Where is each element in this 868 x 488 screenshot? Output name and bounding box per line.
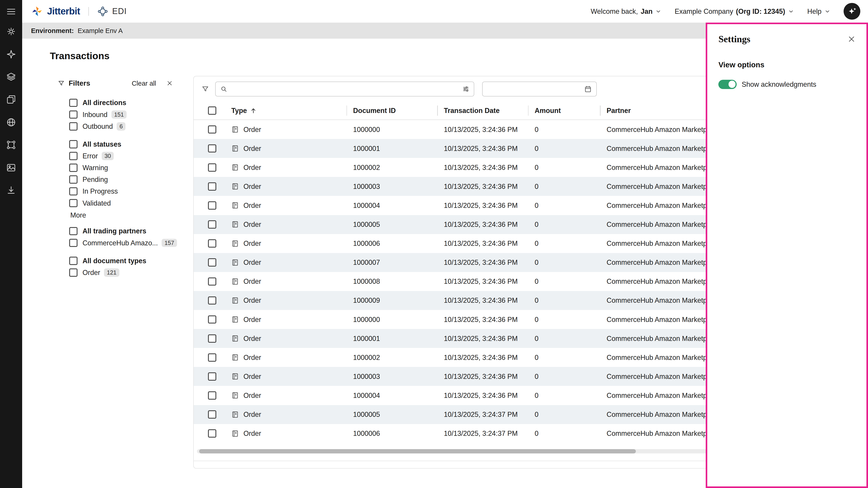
download-icon[interactable] [4, 184, 18, 197]
table-row[interactable]: Order100000110/13/2025, 3:24:36 PM0Comme… [194, 329, 753, 348]
copy-windows-icon[interactable] [4, 93, 18, 106]
media-image-icon[interactable] [4, 161, 18, 174]
checkbox[interactable] [69, 164, 78, 172]
table-row[interactable]: Order100000110/13/2025, 3:24:36 PM0Comme… [194, 139, 753, 158]
checkbox[interactable] [69, 199, 78, 207]
date-input[interactable] [487, 85, 584, 93]
filter-item-validated[interactable]: Validated [69, 197, 173, 209]
column-header-transaction-date[interactable]: Transaction Date [437, 102, 528, 120]
user-menu[interactable]: Welcome back, Jan [591, 7, 661, 15]
row-checkbox[interactable] [208, 278, 216, 286]
table-row[interactable]: Order100000610/13/2025, 3:24:36 PM0Comme… [194, 234, 753, 253]
filter-item-pending[interactable]: Pending [69, 174, 173, 186]
close-icon[interactable] [166, 80, 173, 86]
table-row[interactable]: Order100000510/13/2025, 3:24:36 PM0Comme… [194, 215, 753, 234]
filter-item-inbound[interactable]: Inbound151 [69, 109, 173, 121]
table-row[interactable]: Order100000210/13/2025, 3:24:36 PM0Comme… [194, 348, 753, 367]
row-checkbox[interactable] [208, 220, 216, 229]
row-checkbox[interactable] [208, 201, 216, 210]
row-checkbox-cell [194, 253, 225, 272]
column-header-document-id[interactable]: Document ID [346, 102, 437, 120]
row-checkbox[interactable] [208, 163, 216, 172]
checkbox[interactable] [69, 99, 78, 107]
row-checkbox[interactable] [208, 372, 216, 381]
checkbox[interactable] [69, 140, 78, 149]
row-checkbox[interactable] [208, 296, 216, 305]
table-row[interactable]: Order100000310/13/2025, 3:24:36 PM0Comme… [194, 177, 753, 196]
sparkle-star-icon[interactable] [4, 48, 18, 61]
tune-sliders-icon[interactable] [462, 86, 469, 93]
table-row[interactable]: Order100000410/13/2025, 3:24:36 PM0Comme… [194, 386, 753, 405]
table-row[interactable]: Order100000210/13/2025, 3:24:36 PM0Comme… [194, 158, 753, 177]
cell-document-id: 1000007 [346, 253, 437, 272]
table-row[interactable]: Order100000010/13/2025, 3:24:36 PM0Comme… [194, 120, 753, 139]
layers-icon[interactable] [4, 70, 18, 84]
column-header-type[interactable]: Type [225, 102, 346, 120]
network-nodes-icon[interactable] [4, 138, 18, 152]
select-all-checkbox[interactable] [208, 106, 216, 115]
checkbox[interactable] [69, 187, 78, 196]
row-checkbox[interactable] [208, 353, 216, 362]
column-header-amount[interactable]: Amount [528, 102, 600, 120]
filter-item-order[interactable]: Order121 [69, 267, 173, 278]
edi-icon [97, 6, 108, 17]
table-row[interactable]: Order100000610/13/2025, 3:24:37 PM0Comme… [194, 424, 753, 443]
more-link[interactable]: More [70, 211, 173, 219]
table-row[interactable]: Order100000910/13/2025, 3:24:36 PM0Comme… [194, 291, 753, 310]
ai-assistant-button[interactable] [844, 3, 860, 20]
filter-item-all-statuses[interactable]: All statuses [69, 138, 173, 150]
checkbox[interactable] [69, 175, 78, 184]
funnel-icon[interactable] [202, 85, 209, 93]
checkbox[interactable] [69, 257, 78, 265]
row-checkbox[interactable] [208, 239, 216, 248]
row-checkbox[interactable] [208, 258, 216, 267]
cell-amount: 0 [528, 158, 600, 177]
table-row[interactable]: Order100000710/13/2025, 3:24:36 PM0Comme… [194, 253, 753, 272]
filter-item-warning[interactable]: Warning [69, 162, 173, 174]
filter-item-all-document-types[interactable]: All document types [69, 255, 173, 267]
row-checkbox[interactable] [208, 182, 216, 191]
checkbox[interactable] [69, 239, 78, 247]
table-row[interactable]: Order100000810/13/2025, 3:24:36 PM0Comme… [194, 272, 753, 291]
checkbox[interactable] [69, 227, 78, 235]
globe-icon[interactable] [4, 116, 18, 129]
filter-item-all-directions[interactable]: All directions [69, 97, 173, 109]
filter-item-commercehub-amazo[interactable]: CommerceHub Amazo...157 [69, 237, 173, 249]
org-menu[interactable]: Example Company (Org ID: 12345) [675, 7, 794, 15]
checkbox[interactable] [69, 122, 78, 131]
filter-item-all-trading-partners[interactable]: All trading partners [69, 225, 173, 237]
row-checkbox[interactable] [208, 334, 216, 343]
calendar-icon[interactable] [584, 85, 592, 93]
clear-all-link[interactable]: Clear all [132, 79, 156, 87]
row-checkbox[interactable] [208, 429, 216, 437]
help-menu[interactable]: Help [807, 7, 830, 15]
menu-icon[interactable] [4, 5, 18, 18]
column-label: Type [231, 107, 247, 115]
checkbox[interactable] [69, 268, 78, 277]
table-row[interactable]: Order100000010/13/2025, 3:24:36 PM0Comme… [194, 310, 753, 329]
search-input[interactable] [230, 85, 459, 93]
table-row[interactable]: Order100000310/13/2025, 3:24:36 PM0Comme… [194, 367, 753, 386]
table-row[interactable]: Order100000410/13/2025, 3:24:36 PM0Comme… [194, 196, 753, 215]
show-acknowledgments-toggle[interactable] [718, 80, 737, 89]
row-checkbox[interactable] [208, 410, 216, 419]
horizontal-scrollbar-thumb[interactable] [199, 449, 636, 454]
row-checkbox[interactable] [208, 144, 216, 153]
filter-item-in-progress[interactable]: In Progress [69, 186, 173, 197]
row-checkbox[interactable] [208, 391, 216, 400]
checkbox[interactable] [69, 152, 78, 160]
order-document-icon [231, 183, 239, 190]
row-checkbox[interactable] [208, 315, 216, 324]
filter-item-error[interactable]: Error30 [69, 150, 173, 162]
row-checkbox[interactable] [208, 125, 216, 134]
gear-icon[interactable] [4, 25, 18, 38]
jitterbit-logo[interactable]: Jitterbit [31, 5, 80, 18]
horizontal-scrollbar-track[interactable] [197, 449, 749, 454]
close-icon[interactable] [848, 35, 855, 43]
order-document-icon [231, 297, 239, 304]
edi-logo[interactable]: EDI [97, 6, 127, 17]
checkbox[interactable] [69, 110, 78, 119]
table-row[interactable]: Order100000510/13/2025, 3:24:37 PM0Comme… [194, 405, 753, 424]
filter-item-outbound[interactable]: Outbound6 [69, 121, 173, 132]
cell-transaction-date: 10/13/2025, 3:24:36 PM [437, 253, 528, 272]
